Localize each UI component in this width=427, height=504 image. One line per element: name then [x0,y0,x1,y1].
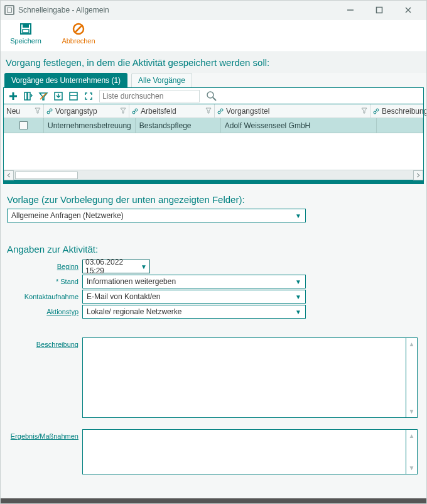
svg-line-32 [220,111,221,112]
stand-select[interactable]: Informationen weitergeben ▼ [82,275,306,288]
link-icon [132,108,138,114]
kontakt-select[interactable]: E-Mail von Kontakt/en ▼ [82,290,306,304]
grid-col-beschreibung[interactable]: Beschreibung [370,104,427,118]
svg-marker-25 [121,108,126,113]
svg-rect-5 [23,24,29,28]
grid-header: Neu Vorgangstyp Arbeitsfeld Vorgangstite… [4,104,423,118]
ergebnis-textarea[interactable] [82,429,406,474]
main-toolbar: Speichern Abbrechen [1,19,426,52]
chevron-down-icon: ▼ [295,212,301,219]
svg-line-24 [49,111,50,112]
label-kontakt: Kontaktaufnahme [7,290,82,304]
svg-line-28 [134,111,136,112]
scroll-up-icon[interactable]: ▲ [409,432,415,439]
link-icon [373,108,379,114]
vorlage-selected: Allgemeine Anfragen (Netzwerke) [11,211,124,220]
aktionstyp-value: Lokale/ regionale Netzwerke [87,307,181,316]
svg-marker-33 [362,108,367,113]
cancel-button[interactable]: Abbrechen [60,22,97,45]
scroll-down-icon[interactable]: ▼ [409,408,415,415]
table-row[interactable]: Unternehmensbetreuung Bestandspflege Ado… [4,118,423,133]
scroll-thumb[interactable] [15,172,78,179]
grid-export-button[interactable] [51,89,65,103]
search-icon[interactable] [205,89,219,103]
svg-line-36 [376,111,377,112]
stand-value: Informationen weitergeben [87,277,176,286]
close-button[interactable] [394,1,423,19]
label-aktionstyp: Aktionstyp [7,305,82,319]
grid-col-arbeitsfeld-label: Arbeitsfeld [141,107,176,116]
vorlage-select[interactable]: Allgemeine Anfragen (Netzwerke) ▼ [7,209,306,222]
svg-rect-6 [23,30,29,33]
filter-icon[interactable] [361,107,367,116]
vorlage-title: Vorlage (zur Vorbelegung der unten angez… [7,194,420,205]
label-stand: * Stand [7,275,82,288]
cell-vorgangstitel: Adolf Weissenseel GmbH [221,118,377,133]
filter-icon[interactable] [205,107,212,116]
grid-col-vorgangstyp-label: Vorgangstyp [55,107,97,116]
grid-add-button[interactable] [6,89,20,103]
grid-col-arbeitsfeld[interactable]: Arbeitsfeld [129,104,215,118]
grid-layout-button[interactable] [67,89,80,103]
label-ergebnis: Ergebnis/Maßnahmen [7,429,82,443]
kontakt-value: E-Mail von Kontakt/en [87,292,160,301]
aktionstyp-select[interactable]: Lokale/ regionale Netzwerke ▼ [82,305,306,319]
svg-marker-21 [35,108,40,113]
save-button[interactable]: Speichern [7,22,45,45]
grid-toolbar [4,88,423,104]
grid-col-vorgangstitel[interactable]: Vorgangstitel [215,104,370,118]
window-titlebar: Schnelleingabe - Allgemein [1,1,426,19]
svg-rect-12 [28,92,30,100]
save-icon [19,22,32,36]
svg-marker-29 [206,108,211,113]
cancel-icon [72,22,85,36]
tab-company-vorgaenge[interactable]: Vorgänge des Unternehmens (1) [4,73,127,87]
window-status-bar [1,498,426,503]
grid-horizontal-scrollbar[interactable] [4,170,423,180]
section-vorgang-title: Vorgang festlegen, in dem die Aktivität … [1,52,426,73]
svg-rect-1 [377,7,382,13]
window-title: Schnelleingabe - Allgemein [18,6,336,14]
cell-beschreibung [377,118,423,133]
link-icon [46,108,53,114]
grid-clear-filter-button[interactable] [36,89,50,103]
cancel-label: Abbrechen [62,37,95,45]
filter-icon[interactable] [120,107,126,116]
grid-col-neu-label: Neu [6,107,20,116]
beginn-field[interactable]: 03.06.2022 15:29 ▼ [82,260,150,273]
beginn-value: 03.06.2022 15:29 [85,258,141,275]
filter-icon[interactable] [35,107,41,116]
scroll-left-icon[interactable] [4,170,14,180]
label-beschreibung: Beschreibung [7,337,82,351]
grid-columns-button[interactable] [21,89,35,103]
row-checkbox[interactable] [19,121,28,129]
grid-col-vorgangstitel-label: Vorgangstitel [226,107,269,116]
app-icon [4,5,14,15]
maximize-button[interactable] [365,1,394,19]
cell-vorgangstyp: Unternehmensbetreuung [44,118,136,133]
chevron-down-icon: ▼ [295,309,301,315]
chevron-down-icon: ▼ [295,293,301,300]
svg-rect-11 [24,92,27,100]
textarea-scrollbar[interactable]: ▲▼ [406,337,418,418]
tab-alle-vorgaenge[interactable]: Alle Vorgänge [131,73,192,87]
scroll-right-icon[interactable] [413,170,423,180]
grid-col-beschreibung-label: Beschreibung [382,107,427,116]
grid-search-input[interactable] [99,90,200,102]
svg-rect-17 [70,92,77,100]
textarea-scrollbar[interactable]: ▲▼ [406,429,418,474]
scroll-down-icon[interactable]: ▼ [409,464,415,471]
beschreibung-textarea[interactable] [82,337,406,418]
link-icon [217,108,224,114]
chevron-down-icon: ▼ [141,263,147,270]
grid-col-neu[interactable]: Neu [4,104,44,118]
svg-line-20 [213,97,216,101]
save-label: Speichern [10,37,41,45]
svg-point-19 [207,92,214,98]
scroll-up-icon[interactable]: ▲ [409,341,415,348]
grid-col-vorgangstyp[interactable]: Vorgangstyp [44,104,129,118]
minimize-button[interactable] [336,1,365,19]
grid-expand-button[interactable] [82,89,95,103]
grid-empty-area [4,133,423,170]
activity-title: Angaben zur Aktivität: [7,244,420,255]
